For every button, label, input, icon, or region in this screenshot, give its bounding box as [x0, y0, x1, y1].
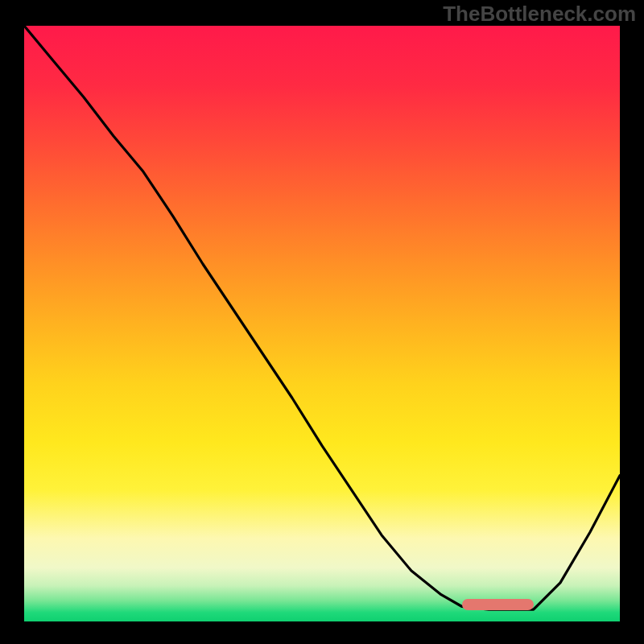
watermark-text: TheBottleneck.com	[443, 2, 636, 27]
plot-area	[24, 26, 620, 621]
optimal-range-marker	[462, 599, 534, 610]
bottleneck-curve	[24, 26, 620, 621]
chart-container: TheBottleneck.com	[0, 0, 644, 644]
